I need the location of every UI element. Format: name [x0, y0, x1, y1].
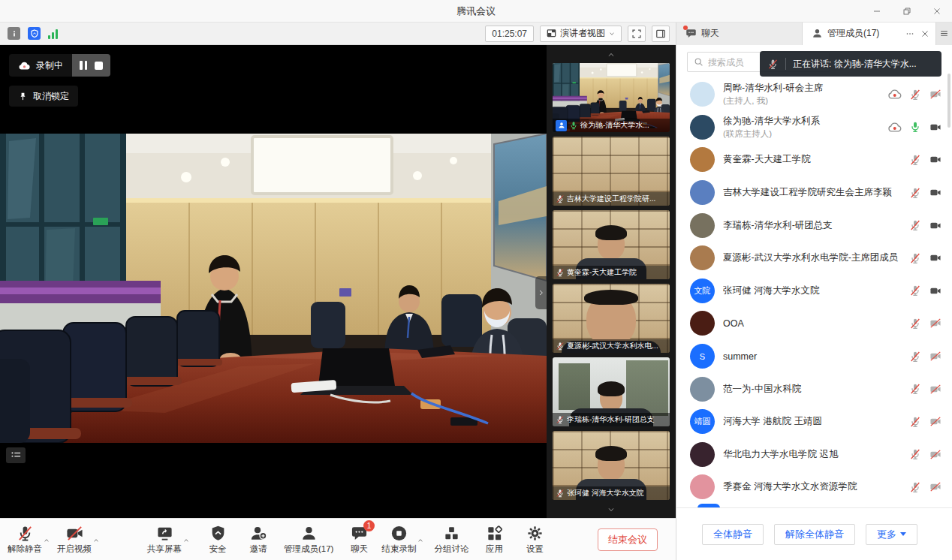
member-row[interactable]: S summer	[676, 340, 952, 373]
member-name: 李瑞栋-清华水利-研团总支	[723, 219, 903, 232]
mic-status-icon[interactable]	[909, 187, 921, 199]
mic-status-icon[interactable]	[909, 121, 921, 133]
video-thumbnail[interactable]: 黄奎霖-天大建工学院	[553, 210, 670, 279]
member-row[interactable]: 夏源彬-武汉大学水利水电学院-主席团成员	[676, 242, 952, 275]
start-video-button[interactable]: 开启视频	[57, 525, 92, 555]
member-row[interactable]: 范一为-中国水科院	[676, 372, 952, 405]
filmstrip: 徐为驰-清华大学水... 吉林大学建设工程学院研... 黄奎霖-天大建工学院	[547, 45, 676, 518]
mic-status-icon[interactable]	[909, 252, 921, 264]
pause-recording-button[interactable]	[80, 61, 87, 70]
member-row[interactable]: 徐为驰-清华大学水利系 (联席主持人)	[676, 111, 952, 144]
caption-button[interactable]	[6, 447, 26, 463]
mic-status-icon[interactable]	[909, 383, 921, 395]
chat-icon	[685, 28, 697, 39]
video-thumbnail[interactable]: 李瑞栋-清华水利-研团总支	[553, 357, 670, 426]
meeting-security-icon[interactable]	[28, 27, 41, 40]
close-button[interactable]	[922, 0, 952, 23]
member-row[interactable]: 李瑞栋-清华水利-研团总支	[676, 209, 952, 242]
apps-button[interactable]: 应用	[479, 525, 509, 555]
unmute-all-button[interactable]: 解除全体静音	[774, 524, 855, 545]
camera-status-icon[interactable]	[928, 154, 943, 165]
mic-status-icon[interactable]	[909, 481, 921, 493]
unpin-button[interactable]: 取消锁定	[9, 86, 78, 107]
invite-button[interactable]: 邀请	[243, 525, 273, 555]
search-icon	[694, 57, 703, 67]
end-meeting-button[interactable]: 结束会议	[598, 528, 658, 551]
mic-status-icon[interactable]	[909, 448, 921, 460]
member-row[interactable]: 文院 张珂健 河海大学水文院	[676, 275, 952, 308]
camera-status-icon[interactable]	[928, 252, 943, 263]
stop-record-button[interactable]: 结束录制	[381, 525, 416, 555]
camera-status-icon[interactable]	[928, 384, 943, 395]
thumbnail-name-bar: 黄奎霖-天大建工学院	[553, 266, 670, 279]
member-panel-footer: 全体静音 解除全体静音 更多	[676, 507, 952, 560]
video-thumbnail[interactable]: 吉林大学建设工程学院研...	[553, 137, 670, 206]
security-button[interactable]: 安全	[203, 525, 233, 555]
video-thumbnail[interactable]: 徐为驰-清华大学水...	[553, 63, 670, 132]
thumb-name: 夏源彬-武汉大学水利水电...	[567, 341, 658, 351]
member-name: 季赛金 河海大学水文水资源学院	[723, 480, 903, 493]
record-options-caret[interactable]	[417, 533, 424, 546]
video-thumbnail[interactable]: 夏源彬-武汉大学水利水电...	[553, 284, 670, 353]
camera-status-icon[interactable]	[928, 416, 943, 427]
fullscreen-button[interactable]	[628, 26, 646, 42]
camera-status-icon[interactable]	[928, 318, 943, 329]
tab-chat[interactable]: 聊天	[676, 23, 802, 45]
view-mode-button[interactable]: 演讲者视图	[540, 26, 622, 42]
filmstrip-scroll-up[interactable]	[547, 48, 676, 62]
camera-status-icon[interactable]	[928, 122, 943, 133]
filmstrip-scroll-down[interactable]	[547, 503, 676, 516]
side-panel-toggle-button[interactable]	[652, 26, 670, 42]
avatar	[690, 442, 715, 467]
mic-status-icon[interactable]	[909, 318, 921, 330]
panel-menu-button[interactable]	[935, 23, 952, 45]
member-row[interactable]: 吉林大学建设工程学院研究生会主席李颖	[676, 176, 952, 209]
recording-label: 录制中	[36, 59, 63, 72]
panel-close-button[interactable]	[917, 26, 932, 42]
video-thumbnail[interactable]: 张珂健 河海大学水文院	[553, 431, 670, 500]
video-options-caret[interactable]	[92, 533, 100, 546]
member-row[interactable]: 季赛金 河海大学水文水资源学院	[676, 471, 952, 504]
member-row[interactable]: OOA	[676, 307, 952, 340]
camera-status-icon[interactable]	[928, 187, 943, 198]
member-row[interactable]: 靖圆 河海大学 港航院 王靖圆	[676, 405, 952, 438]
chat-button[interactable]: 1 聊天	[344, 525, 374, 555]
tab-members-label: 管理成员(17)	[827, 27, 879, 40]
camera-status-icon[interactable]	[928, 285, 943, 297]
minimize-button[interactable]	[862, 0, 892, 23]
settings-button[interactable]: 设置	[520, 525, 550, 555]
camera-status-icon[interactable]	[928, 449, 943, 460]
mic-status-icon[interactable]	[909, 416, 921, 428]
filmstrip-list: 徐为驰-清华大学水... 吉林大学建设工程学院研... 黄奎霖-天大建工学院	[547, 63, 676, 500]
manage-members-button[interactable]: 管理成员(17)	[284, 525, 333, 555]
more-button[interactable]: 更多	[866, 524, 917, 545]
member-row[interactable]: 黄奎霖-天大建工学院	[676, 143, 952, 176]
mic-status-icon[interactable]	[909, 285, 921, 297]
mic-status-icon[interactable]	[909, 219, 921, 231]
mic-status-icon[interactable]	[909, 351, 921, 363]
unpin-label: 取消锁定	[33, 90, 69, 103]
tab-manage-members[interactable]: 管理成员(17)	[802, 23, 902, 45]
camera-status-icon[interactable]	[928, 89, 943, 100]
member-row[interactable]: 华北电力大学水电学院 迟旭	[676, 438, 952, 471]
stop-recording-button[interactable]	[95, 62, 103, 70]
panel-more-button[interactable]	[902, 26, 917, 42]
meeting-window: 腾讯会议 01:25:07 演讲者视图	[0, 0, 952, 560]
camera-status-icon[interactable]	[928, 481, 943, 492]
member-row[interactable]: 周晔-清华水利-研会主席 (主持人, 我)	[676, 78, 952, 111]
share-screen-button[interactable]: 共享屏幕	[147, 525, 182, 555]
mic-status-icon[interactable]	[909, 89, 921, 101]
breakout-icon	[443, 525, 460, 543]
camera-status-icon[interactable]	[928, 351, 943, 362]
camera-status-icon[interactable]	[928, 220, 943, 231]
share-options-caret[interactable]	[182, 533, 190, 546]
mic-status-icon[interactable]	[909, 154, 921, 166]
breakout-rooms-button[interactable]: 分组讨论	[434, 525, 468, 555]
mic-options-caret[interactable]	[43, 533, 50, 546]
unmute-button[interactable]: 解除静音	[8, 525, 42, 555]
filmstrip-collapse-handle[interactable]	[535, 276, 547, 309]
maximize-button[interactable]	[892, 0, 922, 23]
meeting-info-icon[interactable]	[8, 27, 20, 40]
mute-all-button[interactable]: 全体静音	[702, 524, 764, 545]
avatar	[690, 213, 715, 238]
